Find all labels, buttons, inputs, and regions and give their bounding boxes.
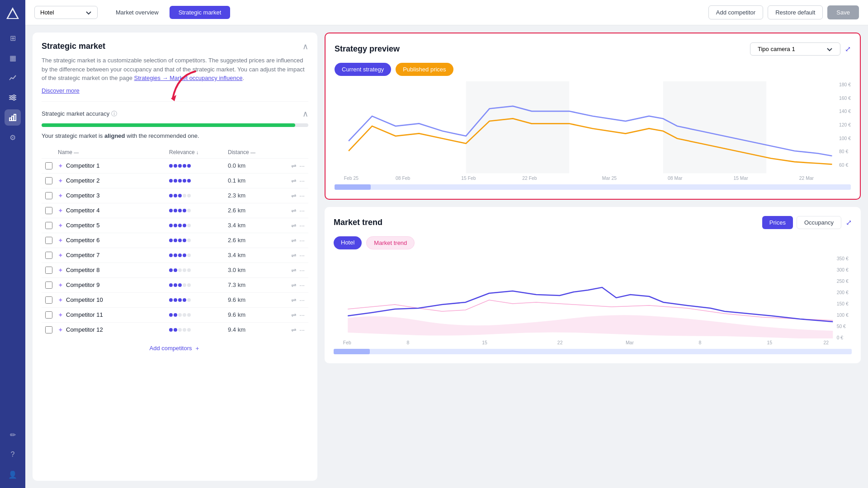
svg-text:22: 22 <box>557 340 563 345</box>
restore-default-button[interactable]: Restore default <box>768 5 823 19</box>
user-icon[interactable]: 👤 <box>5 466 21 483</box>
prices-tab[interactable]: Prices <box>762 216 793 229</box>
competitor-checkbox[interactable] <box>45 326 52 333</box>
settings-icon[interactable]: ⇌ <box>291 267 297 274</box>
strategy-range-handle[interactable] <box>335 184 371 190</box>
competitor-checkbox[interactable] <box>45 237 52 244</box>
svg-text:08 Feb: 08 Feb <box>396 175 410 181</box>
market-trend-card: Market trend Prices Occupancy ⤢ Hotel Ma… <box>325 207 861 363</box>
more-icon[interactable]: ··· <box>299 296 305 304</box>
more-icon[interactable]: ··· <box>299 207 305 214</box>
table-row: ✦ Competitor 3 2.3 km ⇌ ··· <box>42 188 308 203</box>
settings-icon[interactable]: ⇌ <box>291 282 297 289</box>
trend-header: Market trend Prices Occupancy ⤢ <box>334 216 852 229</box>
settings-icon[interactable]: ⇌ <box>291 162 297 169</box>
svg-text:120 €: 120 € <box>839 122 851 127</box>
discover-more-link[interactable]: Discover more <box>42 87 308 94</box>
external-link-icon[interactable]: ⤢ <box>845 45 851 53</box>
relevance-dot <box>178 194 182 197</box>
room-type-selector[interactable]: Tipo camera 1 <box>750 42 840 56</box>
strategy-range-bar[interactable] <box>335 184 851 190</box>
relevance-dot <box>169 313 173 317</box>
settings-icon[interactable]: ⇌ <box>291 192 297 199</box>
help-icon[interactable]: ? <box>5 446 21 463</box>
relevance-dot <box>174 313 177 317</box>
col-relevance[interactable]: Relevance ↓ <box>169 149 228 155</box>
settings-icon[interactable]: ⇌ <box>291 311 297 319</box>
market-occupancy-link[interactable]: Strategies → Market occupancy influence <box>134 75 243 81</box>
more-icon[interactable]: ··· <box>299 192 305 199</box>
info-icon[interactable]: ⓘ <box>111 110 117 118</box>
settings-icon[interactable]: ⇌ <box>291 252 297 259</box>
settings-icon[interactable]: ⇌ <box>291 177 297 184</box>
market-trend-range-handle[interactable] <box>334 349 370 354</box>
filters-icon[interactable] <box>5 89 21 106</box>
market-trend-legend-tab[interactable]: Market trend <box>366 236 415 249</box>
more-icon[interactable]: ··· <box>299 267 305 274</box>
svg-text:15: 15 <box>767 340 772 345</box>
competitor-distance: 7.3 km <box>228 282 278 288</box>
svg-text:0 €: 0 € <box>837 335 844 340</box>
more-icon[interactable]: ··· <box>299 222 305 229</box>
svg-rect-16 <box>663 81 766 174</box>
relevance-dot <box>178 298 182 302</box>
more-icon[interactable]: ··· <box>299 311 305 319</box>
main-content: Hotel Market overview Strategic market A… <box>25 0 868 488</box>
market-trend-range-bar[interactable] <box>334 349 852 354</box>
save-button[interactable]: Save <box>827 5 859 19</box>
add-competitors-button[interactable]: Add competitors ＋ <box>42 344 308 352</box>
competitor-checkbox[interactable] <box>45 207 52 214</box>
tab-market-overview[interactable]: Market overview <box>107 6 168 19</box>
collapse-icon[interactable]: ∧ <box>302 42 308 52</box>
settings-icon[interactable]: ⇌ <box>291 296 297 304</box>
competitor-checkbox[interactable] <box>45 311 52 319</box>
relevance-dot <box>169 164 173 168</box>
competitor-checkbox[interactable] <box>45 252 52 259</box>
table-row: ✦ Competitor 6 2.6 km ⇌ ··· <box>42 233 308 248</box>
chart-bar-icon[interactable]: ▦ <box>5 50 21 66</box>
col-distance[interactable]: Distance — <box>228 149 278 155</box>
settings-icon[interactable]: ⇌ <box>291 326 297 333</box>
line-chart-icon[interactable] <box>5 70 21 86</box>
more-icon[interactable]: ··· <box>299 326 305 333</box>
competitor-checkbox[interactable] <box>45 177 52 184</box>
tab-strategic-market[interactable]: Strategic market <box>170 6 231 19</box>
svg-rect-12 <box>12 116 14 121</box>
competitor-checkbox[interactable] <box>45 222 52 229</box>
market-trend-external-icon[interactable]: ⤢ <box>846 218 852 227</box>
relevance-dot <box>183 179 186 183</box>
sparkle-icon: ✦ <box>58 207 63 214</box>
edit-icon[interactable]: ✏ <box>5 427 21 443</box>
more-icon[interactable]: ··· <box>299 252 305 259</box>
settings-icon[interactable]: ⇌ <box>291 237 297 244</box>
competitor-checkbox[interactable] <box>45 267 52 274</box>
sparkle-icon: ✦ <box>58 222 63 229</box>
competitor-checkbox[interactable] <box>45 282 52 289</box>
competitor-checkbox[interactable] <box>45 296 52 304</box>
svg-text:Feb: Feb <box>343 340 351 345</box>
relevance-dot <box>183 283 186 287</box>
add-competitor-button[interactable]: Add competitor <box>708 5 763 19</box>
settings-icon[interactable]: ⇌ <box>291 207 297 214</box>
competitor-checkbox[interactable] <box>45 162 52 169</box>
accuracy-collapse-icon[interactable]: ∧ <box>302 109 308 119</box>
relevance-dot <box>169 253 173 257</box>
occupancy-tab[interactable]: Occupancy <box>797 216 841 229</box>
analytics-icon[interactable] <box>5 109 21 126</box>
dashboard-icon[interactable]: ⊞ <box>5 30 21 46</box>
competitor-checkbox[interactable] <box>45 192 52 199</box>
more-icon[interactable]: ··· <box>299 177 305 184</box>
svg-text:180 €: 180 € <box>839 82 851 87</box>
settings-icon[interactable]: ⚙ <box>5 129 21 145</box>
row-actions: ⇌ ··· <box>278 296 305 304</box>
current-strategy-tab[interactable]: Current strategy <box>335 63 391 76</box>
relevance-dot <box>187 313 191 317</box>
settings-icon[interactable]: ⇌ <box>291 222 297 229</box>
more-icon[interactable]: ··· <box>299 162 305 169</box>
more-icon[interactable]: ··· <box>299 237 305 244</box>
published-prices-tab[interactable]: Published prices <box>396 63 453 76</box>
hotel-legend-tab[interactable]: Hotel <box>334 236 362 249</box>
more-icon[interactable]: ··· <box>299 282 305 289</box>
hotel-selector[interactable]: Hotel <box>34 6 98 19</box>
competitor-distance: 0.0 km <box>228 162 278 169</box>
